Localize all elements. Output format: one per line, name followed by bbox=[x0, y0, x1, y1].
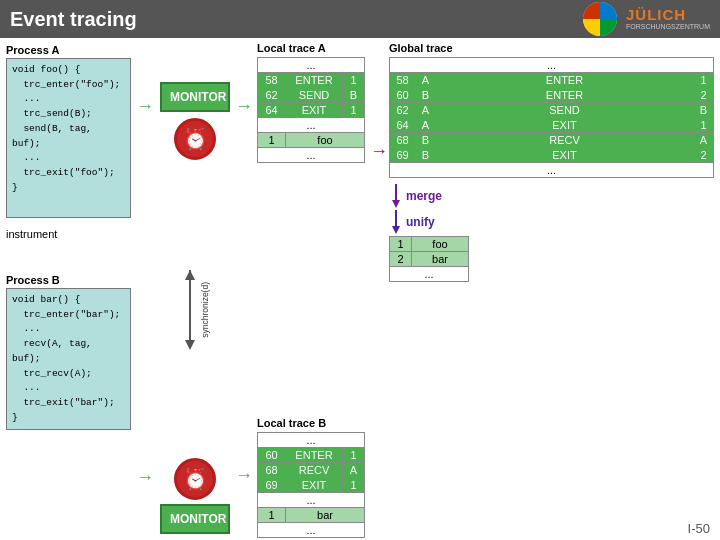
table-row: 58 A ENTER 1 bbox=[390, 73, 714, 88]
unify-label: unify bbox=[406, 215, 435, 229]
table-row: 64 EXIT 1 bbox=[258, 103, 365, 118]
clock-icon-top: ⏰ bbox=[174, 118, 216, 160]
merge-label: merge bbox=[406, 189, 442, 203]
synchronize-label: synchronize(d) bbox=[201, 282, 210, 338]
logo-text: JÜLICH bbox=[626, 6, 710, 23]
global-trace-label: Global trace bbox=[389, 42, 714, 54]
table-row: ... bbox=[258, 433, 365, 448]
svg-marker-2 bbox=[185, 340, 195, 350]
table-row: ... bbox=[390, 267, 469, 282]
local-trace-a-label: Local trace A bbox=[257, 42, 365, 54]
table-row: 1 bar bbox=[258, 508, 365, 523]
table-row: 1 foo bbox=[390, 237, 469, 252]
unify-arrow-icon bbox=[389, 210, 403, 234]
table-row: 68 B RECV A bbox=[390, 133, 714, 148]
table-row: 68 RECV A bbox=[258, 463, 365, 478]
arrow-monitor-to-local-b: → bbox=[235, 466, 253, 484]
table-row: 69 B EXIT 2 bbox=[390, 148, 714, 163]
table-row: ... bbox=[258, 58, 365, 73]
merge-arrow-icon bbox=[389, 184, 403, 208]
table-row: 58 ENTER 1 bbox=[258, 73, 365, 88]
arrow-b-to-monitor: → bbox=[136, 468, 154, 486]
local-trace-b-table: ... 60 ENTER 1 68 RECV A 69 EXIT 1 bbox=[257, 432, 365, 538]
arrow-a-to-monitor: → bbox=[136, 97, 154, 115]
code-box-a: void foo() { trc_enter("foo"); ... trc_s… bbox=[6, 58, 131, 218]
monitor-top: MONITOR bbox=[160, 82, 230, 112]
svg-marker-5 bbox=[392, 200, 400, 208]
page-title: Event tracing bbox=[10, 8, 137, 31]
arrow-to-global: → bbox=[370, 142, 388, 160]
svg-marker-3 bbox=[185, 270, 195, 280]
arrow-monitor-to-local-a: → bbox=[235, 97, 253, 115]
table-row: ... bbox=[390, 58, 714, 73]
table-row: 69 EXIT 1 bbox=[258, 478, 365, 493]
table-row: 60 B ENTER 2 bbox=[390, 88, 714, 103]
table-row: ... bbox=[258, 118, 365, 133]
table-row: 62 SEND B bbox=[258, 88, 365, 103]
table-row: 2 bar bbox=[390, 252, 469, 267]
slide-number: I-50 bbox=[688, 521, 710, 536]
process-a-label: Process A bbox=[6, 44, 131, 56]
process-b-label: Process B bbox=[6, 274, 131, 286]
table-row: 1 foo bbox=[258, 133, 365, 148]
julich-logo-icon bbox=[582, 1, 618, 37]
table-row: 60 ENTER 1 bbox=[258, 448, 365, 463]
table-row: 64 A EXIT 1 bbox=[390, 118, 714, 133]
sync-arrow-icon bbox=[180, 270, 200, 350]
svg-marker-7 bbox=[392, 226, 400, 234]
table-row: ... bbox=[390, 163, 714, 178]
table-row: 62 A SEND B bbox=[390, 103, 714, 118]
table-row: ... bbox=[258, 148, 365, 163]
logo-area: JÜLICH FORSCHUNGSZENTRUM bbox=[626, 6, 710, 31]
logo-subtext: FORSCHUNGSZENTRUM bbox=[626, 23, 710, 31]
instrument-label: instrument bbox=[6, 228, 131, 240]
global-trace-table: ... 58 A ENTER 1 60 B ENTER 2 62 A S bbox=[389, 57, 714, 178]
monitor-bottom: MONITOR bbox=[160, 504, 230, 534]
code-box-b: void bar() { trc_enter("bar"); ... recv(… bbox=[6, 288, 131, 430]
unify-table: 1 foo 2 bar ... bbox=[389, 236, 469, 282]
local-trace-b-label: Local trace B bbox=[257, 417, 365, 429]
local-trace-a-table: ... 58 ENTER 1 62 SEND B 64 EXIT 1 bbox=[257, 57, 365, 163]
clock-icon-bottom: ⏰ bbox=[174, 458, 216, 500]
table-row: ... bbox=[258, 523, 365, 538]
table-row: ... bbox=[258, 493, 365, 508]
